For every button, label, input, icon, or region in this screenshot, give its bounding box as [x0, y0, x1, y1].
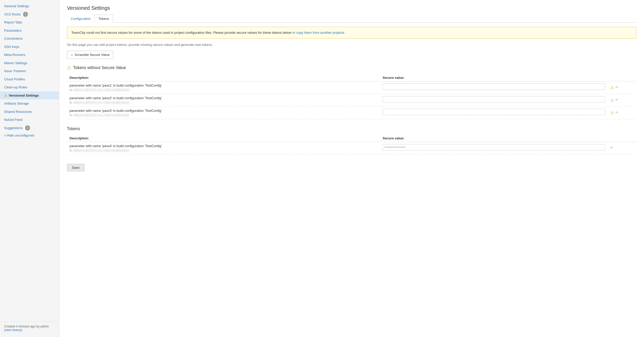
view-history-link[interactable]: view history [5, 328, 21, 332]
col-header-actions [608, 74, 636, 81]
scramble-button[interactable]: + Scramble Secure Value [67, 51, 113, 59]
token-hash: ⧉ d4f8a2c1e9b7031f a2c1 e9b0 f1e8d6c4b2a… [70, 149, 377, 152]
plus-icon: + [71, 53, 73, 57]
col2-header-secure: Secure value: [380, 135, 608, 142]
sidebar-item-general-settings[interactable]: General Settings [0, 2, 59, 10]
page-title: Versioned Settings [67, 5, 636, 11]
hash-value: d4f8a2c1e9b7031f a2c1 e9b0 f1e8d6c4b2a0 [73, 114, 129, 117]
table-row: parameter with name 'pass3' in build con… [67, 106, 636, 119]
sidebar-badge: 1 [23, 12, 28, 17]
edit-token-icon[interactable]: ✏ [615, 85, 619, 89]
tabs-container: ConfigurationTokens [67, 15, 636, 23]
sidebar-item-maven-settings[interactable]: Maven Settings [0, 59, 59, 67]
sidebar-item-report-tabs[interactable]: Report Tabs [0, 18, 59, 27]
page-description: On this page you can edit project tokens… [67, 43, 636, 47]
hide-unconfigured[interactable]: « Hide unconfigured [0, 132, 59, 139]
token-description: parameter with name 'pass1' in build con… [70, 83, 377, 87]
sidebar-item-label: VCS Roots [4, 12, 21, 17]
sidebar-item-connections[interactable]: Connections [0, 35, 59, 43]
token-description: parameter with name 'pass2' in build con… [70, 96, 377, 100]
tokens-table: Description: Secure value: parameter wit… [67, 135, 636, 155]
copy-icon[interactable]: ⧉ [70, 149, 72, 152]
secure-value-cell [380, 106, 608, 119]
col-header-secure: Secure value: [380, 74, 608, 81]
copy-icon[interactable]: ⧉ [70, 101, 72, 104]
hash-value: d4f8a2c1e9b7031f a2c1 e9b0 f1e8d6c4b2a0 [73, 88, 129, 91]
sidebar-item-meta-runners[interactable]: Meta-Runners [0, 51, 59, 59]
sidebar-item-suggestions[interactable]: Suggestions3 [0, 124, 59, 132]
secure-value-input[interactable] [383, 144, 605, 150]
token-hash: ⧉ d4f8a2c1e9b7031f a2c1 e9b0 f1e8d6c4b2a… [70, 88, 377, 92]
tokens-section-title: Tokens [67, 127, 636, 131]
secure-value-input[interactable] [383, 96, 605, 103]
sidebar-item-label: NuGet Feed [4, 117, 22, 122]
sidebar-badge: 3 [25, 125, 30, 130]
col2-header-actions [608, 135, 636, 142]
token-warning-icon[interactable]: ⚠ [610, 110, 614, 115]
scramble-button-label: Scramble Secure Value [75, 53, 110, 57]
edit-token-icon[interactable]: ✏ [610, 146, 613, 150]
sidebar-item-label: Shared Resources [4, 109, 32, 114]
secure-value-cell [380, 81, 608, 94]
secure-value-cell [380, 142, 608, 154]
sidebar-item-parameters[interactable]: Parameters [0, 27, 59, 35]
sidebar-item-label: Artifacts Storage [4, 101, 29, 106]
tokens-without-value-section-title: ⚠ Tokens without Secure Value [67, 65, 636, 71]
sidebar-item-label: SSH Keys [4, 44, 19, 49]
edit-token-icon[interactable]: ✏ [615, 98, 619, 102]
edit-token-icon[interactable]: ✏ [615, 110, 619, 114]
table-row: parameter with name 'pass2' in build con… [67, 94, 636, 106]
copy-icon[interactable]: ⧉ [70, 113, 72, 117]
hash-value: d4f8a2c1e9b7031f a2c1 e9b0 f1e8d6c4b2a0 [73, 101, 129, 104]
hash-value: d4f8a2c1e9b7031f a2c1 e9b0 f1e8d6c4b2a0 [73, 149, 129, 152]
save-button[interactable]: Save [67, 164, 84, 171]
sidebar-item-versioned-settings[interactable]: ⚠Versioned Settings [0, 91, 59, 100]
warning-icon: ⚠ [4, 93, 7, 98]
tab-configuration[interactable]: Configuration [67, 15, 95, 23]
footer-created-text: Created 4 minutes ago by admin [4, 325, 49, 328]
sidebar-footer: Created 4 minutes ago by admin (view his… [0, 321, 59, 335]
sidebar: General SettingsVCS Roots1Report TabsPar… [0, 0, 59, 337]
warning-suffix: . [344, 31, 346, 35]
token-description: parameter with name 'pass4' in build con… [70, 144, 377, 148]
table-row: parameter with name 'pass1' in build con… [67, 81, 636, 94]
sidebar-item-cloud-profiles[interactable]: Cloud Profiles [0, 75, 59, 83]
sidebar-item-issue-trackers[interactable]: Issue Trackers [0, 67, 59, 75]
sidebar-item-label: Cloud Profiles [4, 77, 25, 82]
col2-header-description: Description: [67, 135, 380, 142]
token-hash: ⧉ d4f8a2c1e9b7031f a2c1 e9b0 f1e8d6c4b2a… [70, 101, 377, 104]
main-content: Versioned Settings ConfigurationTokens T… [59, 0, 644, 337]
table-row: parameter with name 'pass4' in build con… [67, 142, 636, 154]
secure-value-input[interactable] [383, 109, 605, 115]
sidebar-item-label: Parameters [4, 28, 21, 33]
copy-icon[interactable]: ⧉ [70, 88, 72, 92]
sidebar-item-label: Connections [4, 36, 23, 41]
sidebar-item-label: Report Tabs [4, 20, 22, 25]
sidebar-item-label: Suggestions [4, 125, 23, 131]
secure-value-cell [380, 94, 608, 106]
copy-link[interactable]: or copy them from another projects [292, 31, 344, 35]
token-warning-icon[interactable]: ⚠ [610, 85, 614, 90]
tokens-title-text: Tokens [67, 127, 80, 131]
token-description: parameter with name 'pass3' in build con… [70, 109, 377, 113]
sidebar-item-label: Issue Trackers [4, 69, 26, 74]
sidebar-item-artifacts-storage[interactable]: Artifacts Storage [0, 99, 59, 108]
tab-tokens[interactable]: Tokens [95, 15, 113, 23]
warning-banner: TeamCity could not find secure values fo… [67, 27, 636, 39]
sidebar-item-vcs-roots[interactable]: VCS Roots1 [0, 10, 59, 19]
tokens-without-value-title-text: Tokens without Secure Value [73, 65, 126, 70]
sidebar-item-label: Clean-up Rules [4, 85, 27, 90]
col-header-description: Description: [67, 74, 380, 81]
token-hash: ⧉ d4f8a2c1e9b7031f a2c1 e9b0 f1e8d6c4b2a… [70, 113, 377, 117]
sidebar-item-ssh-keys[interactable]: SSH Keys [0, 43, 59, 51]
sidebar-item-clean-up-rules[interactable]: Clean-up Rules [0, 83, 59, 91]
warning-text: TeamCity could not find secure values fo… [71, 31, 292, 35]
sidebar-item-label: Versioned Settings [9, 93, 39, 98]
warning-triangle-icon: ⚠ [67, 65, 71, 71]
sidebar-item-shared-resources[interactable]: Shared Resources [0, 108, 59, 116]
token-warning-icon[interactable]: ⚠ [610, 98, 614, 103]
secure-value-input[interactable] [383, 83, 605, 90]
sidebar-item-label: Meta-Runners [4, 52, 25, 57]
sidebar-item-label: Maven Settings [4, 61, 27, 66]
sidebar-item-nuget-feed[interactable]: NuGet Feed [0, 116, 59, 124]
